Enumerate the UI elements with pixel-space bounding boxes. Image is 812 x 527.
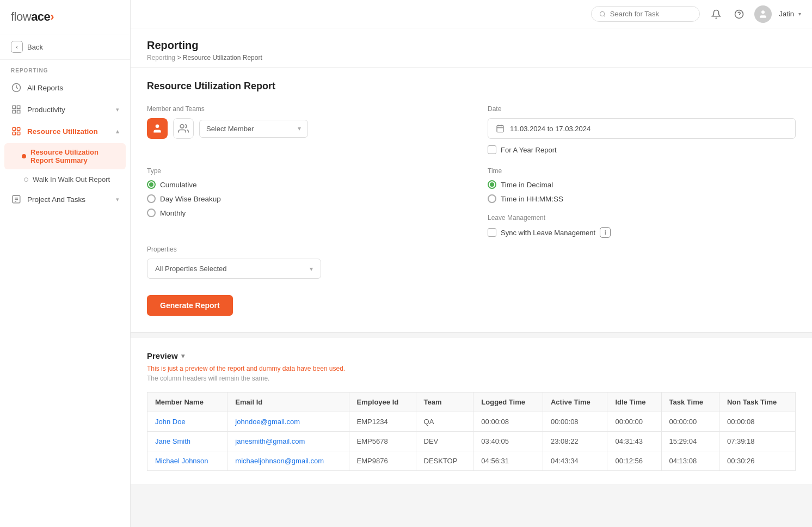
- sidebar-item-walk-in-walk-out-report[interactable]: Walk In Walk Out Report: [0, 170, 130, 188]
- cell-member-name: Michael Johnson: [147, 451, 227, 471]
- chevron-down-icon: ▾: [116, 106, 119, 113]
- radio-hhmmss-label: Time in HH:MM:SS: [501, 195, 563, 203]
- radio-monthly-label: Monthly: [160, 209, 186, 217]
- page-header: Reporting Reporting > Resource Utilizati…: [131, 28, 812, 68]
- cell-active: 23:08:22: [543, 432, 607, 451]
- radio-decimal-label: Time in Decimal: [501, 181, 553, 189]
- notification-icon[interactable]: [709, 7, 724, 22]
- member-name-link[interactable]: John Doe: [155, 418, 186, 426]
- select-member-dropdown[interactable]: Select Member ▾: [199, 120, 308, 138]
- leave-management-section: Leave Management Sync with Leave Managem…: [488, 214, 796, 238]
- sidebar: flowace› ‹ Back REPORTING All Reports Pr…: [0, 0, 131, 527]
- radio-cumulative[interactable]: Cumulative: [147, 180, 455, 189]
- radio-hhmmss-outer: [488, 194, 496, 203]
- grid-icon: [11, 104, 22, 115]
- sidebar-item-productivity[interactable]: Productivity ▾: [0, 99, 130, 120]
- time-options: Time in Decimal Time in HH:MM:SS: [488, 180, 796, 203]
- member-teams-label: Member and Teams: [147, 105, 455, 113]
- time-label: Time: [488, 167, 796, 175]
- topbar: Jatin ▾: [131, 0, 812, 28]
- topbar-icons: Jatin ▾: [709, 5, 801, 23]
- cell-non-task: 00:00:08: [719, 412, 795, 432]
- cell-logged: 04:56:31: [473, 451, 543, 471]
- logo: flowace›: [0, 0, 130, 34]
- sidebar-item-resource-utilization[interactable]: Resource Utilization ▴: [0, 120, 130, 142]
- form-row-type-time: Type Cumulative Day Wise Breakup: [147, 167, 796, 238]
- sidebar-item-resource-utilization-report-summary[interactable]: Resource Utilization Report Summary: [4, 143, 126, 169]
- svg-rect-8: [17, 132, 20, 135]
- properties-chevron-icon: ▾: [310, 265, 313, 273]
- sync-leave-checkbox[interactable]: [488, 228, 496, 237]
- member-name-link[interactable]: Michael Johnson: [155, 457, 208, 465]
- report-form: Resource Utilization Report Member and T…: [131, 68, 812, 333]
- radio-time-hhmmss[interactable]: Time in HH:MM:SS: [488, 194, 796, 203]
- search-icon: [599, 10, 606, 18]
- svg-rect-7: [13, 132, 15, 135]
- radio-monthly[interactable]: Monthly: [147, 209, 455, 217]
- breadcrumb-separator: >: [177, 54, 182, 62]
- sidebar-item-all-reports[interactable]: All Reports: [0, 77, 130, 99]
- cell-idle: 04:31:43: [607, 432, 661, 451]
- member-name-link[interactable]: Jane Smith: [155, 437, 190, 445]
- cell-team: QA: [416, 412, 473, 432]
- cell-email: michaeljohnson@gmail.com: [227, 451, 349, 471]
- radio-time-decimal[interactable]: Time in Decimal: [488, 180, 796, 189]
- col-active-time: Active Time: [543, 393, 607, 412]
- email-link[interactable]: johndoe@gmail.com: [235, 418, 300, 426]
- radio-cumulative-label: Cumulative: [160, 181, 197, 189]
- properties-dropdown[interactable]: All Properties Selected ▾: [147, 259, 321, 279]
- walk-in-walk-out-label: Walk In Walk Out Report: [33, 175, 110, 183]
- radio-cumulative-outer: [147, 180, 156, 189]
- chevron-up-icon: ▴: [116, 128, 119, 135]
- properties-value: All Properties Selected: [155, 265, 227, 273]
- col-member-name: Member Name: [147, 393, 227, 412]
- svg-point-18: [156, 125, 159, 128]
- report-form-title: Resource Utilization Report: [147, 81, 796, 92]
- cell-member-name: John Doe: [147, 412, 227, 432]
- preview-chevron-icon[interactable]: ▾: [181, 352, 184, 360]
- cell-task: 15:29:04: [661, 432, 719, 451]
- member-icon-button[interactable]: [147, 118, 168, 139]
- for-year-checkbox[interactable]: [488, 145, 496, 154]
- content-area: Reporting Reporting > Resource Utilizati…: [131, 28, 812, 527]
- time-col: Time Time in Decimal Time in HH:MM:SS: [488, 167, 796, 238]
- breadcrumb-child: Resource Utilization Report: [183, 54, 262, 62]
- table-container: Member Name Email Id Employee Id Team Lo…: [147, 392, 796, 471]
- team-icon-button[interactable]: [173, 118, 194, 139]
- back-button[interactable]: ‹ Back: [0, 34, 130, 60]
- help-icon[interactable]: [731, 7, 747, 22]
- search-box[interactable]: [591, 6, 700, 22]
- member-teams-col: Member and Teams Select Member ▾: [147, 105, 455, 154]
- table-row: Jane Smith janesmith@gmail.com EMP5678 D…: [147, 432, 796, 451]
- cell-email: johndoe@gmail.com: [227, 412, 349, 432]
- breadcrumb-parent[interactable]: Reporting: [147, 54, 175, 62]
- cell-emp-id: EMP5678: [349, 432, 416, 451]
- info-icon[interactable]: i: [600, 227, 611, 238]
- preview-note: This is just a preview of the report and…: [147, 364, 796, 383]
- table-row: Michael Johnson michaeljohnson@gmail.com…: [147, 451, 796, 471]
- radio-monthly-outer: [147, 209, 156, 217]
- user-name: Jatin: [779, 10, 794, 18]
- email-link[interactable]: michaeljohnson@gmail.com: [235, 457, 324, 465]
- cell-idle: 00:12:56: [607, 451, 661, 471]
- radio-decimal-outer: [488, 180, 496, 189]
- sync-leave-row: Sync with Leave Management i: [488, 227, 796, 238]
- date-picker[interactable]: 11.03.2024 to 17.03.2024: [488, 118, 796, 139]
- svg-rect-2: [17, 106, 20, 108]
- cell-non-task: 07:39:18: [719, 432, 795, 451]
- date-col: Date 11.03.2024 to 17.03.2024 For A Year…: [488, 105, 796, 154]
- user-area[interactable]: Jatin ▾: [779, 10, 801, 18]
- sidebar-item-project-and-tasks[interactable]: Project And Tasks ▾: [0, 188, 130, 210]
- active-dot-icon: [22, 154, 26, 158]
- properties-row: Properties All Properties Selected ▾: [147, 246, 796, 279]
- email-link[interactable]: janesmith@gmail.com: [235, 437, 305, 445]
- search-input[interactable]: [610, 10, 692, 18]
- cell-active: 00:00:08: [543, 412, 607, 432]
- preview-table: Member Name Email Id Employee Id Team Lo…: [147, 392, 796, 471]
- col-non-task-time: Non Task Time: [719, 393, 795, 412]
- project-and-tasks-label: Project And Tasks: [27, 195, 85, 204]
- leave-management-label: Leave Management: [488, 214, 796, 222]
- radio-day-wise[interactable]: Day Wise Breakup: [147, 194, 455, 203]
- select-member-chevron: ▾: [298, 125, 301, 132]
- generate-report-button[interactable]: Generate Report: [147, 295, 233, 316]
